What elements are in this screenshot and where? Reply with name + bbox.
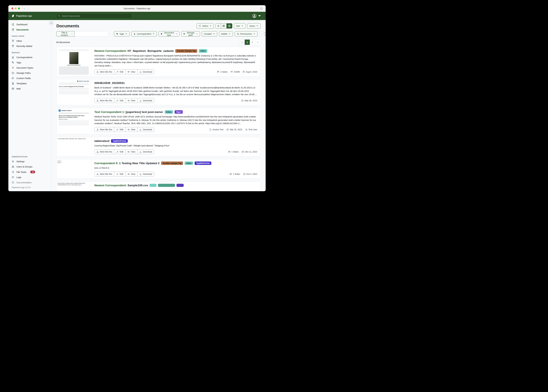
share-icon[interactable] [260,7,263,10]
user-menu[interactable] [252,14,266,18]
more-like-this-button[interactable]: More like this [94,127,114,132]
pagination-page-1[interactable]: 1 [245,40,250,45]
document-correspondent[interactable]: Test Correspondent 1 [94,110,124,113]
tag-pill[interactable]: Tag 2 [174,110,183,114]
sidebar-item-correspondents[interactable]: Correspondents [8,55,51,60]
document-title[interactable]: Newest Correspondent: H7_Napoleon_Bonapa… [94,49,174,53]
sidebar-item-logs[interactable]: Logs [8,175,51,180]
title-content-filter-button[interactable]: Title & content [56,31,75,36]
tag-pill[interactable] [158,184,175,187]
document-correspondent[interactable]: Newest Correspondent [94,49,126,52]
tags-filter-button[interactable]: Tags [114,31,130,36]
document-title[interactable]: tablerates2 [94,139,109,143]
download-button[interactable]: Download [137,127,154,132]
tag-pill[interactable]: TagWithPartial [111,139,128,143]
document-thumbnail[interactable]: NAPOLEON BONAPARTE [57,47,91,76]
global-search[interactable] [56,14,132,18]
title-content-input[interactable] [75,31,108,36]
edit-button[interactable]: Edit [114,98,125,103]
back-icon[interactable]: ‹ [24,7,25,10]
sidebar-item-templates[interactable]: Templates [8,81,51,86]
search-input[interactable] [62,15,130,17]
tag-pill[interactable]: Another Sample Tag [161,161,183,165]
document-card[interactable]: Serial Number,Company Name,Employee Mark… [56,181,260,191]
sidebar-item-settings[interactable]: Settings [8,159,51,164]
document-thumbnail[interactable]: one,1.0 five,5.0 [57,159,91,179]
document-card[interactable]: Country,Region/State,"Zip/Postal Code","… [56,137,260,157]
document-correspondent[interactable]: Correspondent 9 [94,162,117,165]
reset-filters-button[interactable]: × Reset filters [259,31,266,36]
tag-pill[interactable]: Another Sample Tag [175,49,197,53]
pagination-page-2[interactable]: 2 [250,40,255,45]
sidebar-item-users-groups[interactable]: Users & Groups [8,164,51,169]
sidebar-item-file-tasks[interactable]: File Tasks 16 [8,169,51,175]
views-button[interactable]: Views [247,23,260,28]
close-window-button[interactable] [11,7,13,9]
tag-pill[interactable]: Inbox [185,161,193,165]
sidebar-collapse-button[interactable]: « [49,21,54,25]
sidebar-item-dashboard[interactable]: Dashboard [8,22,51,27]
sort-button[interactable]: Sort [234,23,245,28]
edit-button[interactable]: Edit [114,127,125,132]
minimize-window-button[interactable] [15,7,17,9]
document-title[interactable]: Test Correspondent 1: [paperless] test p… [94,110,163,114]
view-mode-grid-button[interactable] [221,23,227,28]
view-button[interactable]: View [125,98,137,103]
sidebar-item-mail[interactable]: Mail [8,86,51,91]
tag-pill[interactable] [176,184,184,187]
view-button[interactable]: View [125,150,137,154]
edit-button[interactable]: Edit [114,150,125,154]
permissions-filter-button[interactable]: Permissions [235,31,258,36]
select-button[interactable]: Select [197,23,214,28]
document-thumbnail[interactable]: BANK OF SCOTLAND2,0 % p. a. auf Ihr Tage… [57,79,91,105]
edit-button[interactable]: Edit [114,172,125,176]
sidebar-item-document-types[interactable]: # Document Types [8,65,51,70]
download-button[interactable]: Download [137,172,154,176]
document-type-filter-button[interactable]: Document type [159,31,180,36]
document-thumbnail[interactable]: Medical TeacherHas the new Kirkpatrick g… [57,108,91,134]
pagination-next-button[interactable]: » [255,40,260,45]
documentation-link[interactable]: Documentation [8,180,51,185]
document-thumbnail[interactable]: Serial Number,Company Name,Employee Mark… [57,182,91,191]
tag-pill[interactable]: Inbox [199,49,207,53]
sidebar-item-recently-added[interactable]: Recently Added [8,43,51,49]
download-button[interactable]: Download [137,98,154,103]
app-brand[interactable]: Paperless-ngx [8,14,56,17]
view-mode-list-button[interactable] [216,23,221,28]
sidebar-item-custom-fields[interactable]: Custom Fields [8,76,51,81]
zoom-window-button[interactable] [18,7,20,9]
document-correspondent[interactable]: Newest Correspondent [94,184,126,187]
document-card[interactable]: one,1.0 five,5.0Correspondent 9: 1 Testi… [56,159,260,179]
view-button[interactable]: View [125,172,137,176]
more-like-this-button[interactable]: More like this [94,98,114,103]
forward-icon[interactable]: › [27,7,28,10]
document-thumbnail[interactable]: Country,Region/State,"Zip/Postal Code","… [57,137,91,156]
added-filter-button[interactable]: Added [219,31,233,36]
tag-pill[interactable]: Inbox [165,110,173,114]
sidebar-item-inbox[interactable]: Inbox [8,38,51,43]
document-title[interactable]: Newest Correspondent: Sample100.csv [94,184,148,187]
tag-pill[interactable] [150,184,156,187]
download-button[interactable]: Download [137,150,154,154]
more-like-this-button[interactable]: More like this [94,150,114,154]
more-like-this-button[interactable]: More like this [94,70,114,74]
download-button[interactable]: Download [137,70,154,74]
storage-path-filter-button[interactable]: Storage path [181,31,200,36]
document-card[interactable]: Medical TeacherHas the new Kirkpatrick g… [56,108,260,134]
edit-button[interactable]: Edit [114,70,125,74]
document-title[interactable]: 0004814539_20230531 [94,81,125,85]
document-title[interactable]: Correspondent 9: 1 Testing New Title Upd… [94,162,159,165]
sidebar-item-documents[interactable]: Documents [8,27,51,32]
document-card[interactable]: BANK OF SCOTLAND2,0 % p. a. auf Ihr Tage… [56,79,260,105]
sidebar-item-storage-paths[interactable]: Storage Paths [8,70,51,76]
tag-pill[interactable]: TagWithPartial [195,161,211,165]
correspondent-filter-button[interactable]: Correspondent [131,31,157,36]
document-card[interactable]: NAPOLEON BONAPARTENewest Correspondent: … [56,47,260,77]
view-button[interactable]: View [125,70,137,74]
view-button[interactable]: View [125,127,137,132]
sidebar-item-tags[interactable]: Tags [8,60,51,65]
view-mode-detail-button[interactable] [227,23,232,28]
pagination-prev-button[interactable]: « [239,40,245,45]
more-like-this-button[interactable]: More like this [94,172,114,176]
created-filter-button[interactable]: Created [202,31,217,36]
